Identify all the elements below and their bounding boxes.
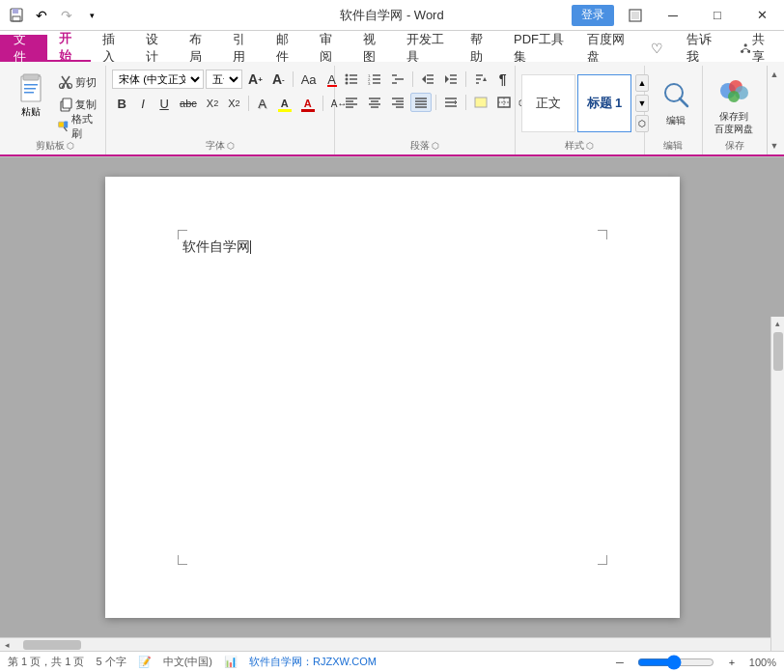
tab-mail[interactable]: 邮件 [265, 35, 308, 62]
cut-button[interactable]: 剪切 [54, 71, 99, 93]
save-icon[interactable] [6, 5, 27, 26]
subscript-btn[interactable]: X2 [203, 94, 222, 113]
undo-btn[interactable]: ↶ [31, 5, 52, 26]
tab-pdf[interactable]: PDF工具集 [502, 35, 575, 62]
style-normal[interactable]: 正文 [521, 74, 575, 132]
tab-view[interactable]: 视图 [351, 35, 395, 62]
clipboard-expand-icon[interactable]: ⬡ [67, 141, 74, 151]
tab-developer[interactable]: 开发工具 [395, 35, 459, 62]
track-icon[interactable]: 📊 [224, 656, 238, 668]
superscript-btn[interactable]: X2 [224, 94, 243, 113]
svg-point-5 [741, 49, 743, 52]
highlight-color-btn[interactable]: A [274, 93, 295, 114]
font-size-select[interactable]: 五号 [206, 70, 242, 89]
group-font: 宋体 (中文正文) 五号 A+ A- Aa A [106, 66, 334, 154]
sort-btn[interactable] [470, 70, 491, 89]
font-grow-btn[interactable]: A+ [244, 70, 266, 89]
document-content[interactable]: 软件自学网 [182, 235, 602, 524]
h-scroll-left-btn[interactable]: ◂ [0, 638, 14, 652]
v-scroll-thumb[interactable] [773, 332, 783, 371]
tab-heart[interactable]: ♡ [639, 35, 675, 62]
group-save: 保存到百度网盘 保存 [703, 66, 767, 154]
svg-point-25 [345, 78, 348, 81]
save-cloud-btn[interactable]: 保存到百度网盘 [709, 68, 759, 139]
strikethrough-btn[interactable]: abc [176, 94, 201, 113]
svg-marker-49 [483, 77, 487, 81]
font-expand-icon[interactable]: ⬡ [227, 141, 235, 151]
zoom-slider[interactable] [637, 656, 714, 669]
svg-rect-19 [63, 98, 71, 108]
svg-rect-10 [23, 74, 39, 80]
styles-label: 样式 ⬡ [521, 139, 638, 154]
font-color-btn[interactable]: A [297, 93, 319, 114]
style-heading1[interactable]: 标题 1 [577, 74, 631, 132]
tab-file[interactable]: 文件 [0, 35, 47, 62]
group-editing: 编辑 编辑 [645, 66, 703, 154]
tab-tellme[interactable]: 告诉我 [675, 35, 728, 62]
justify-btn[interactable] [410, 93, 432, 112]
svg-point-23 [345, 74, 348, 77]
tab-insert[interactable]: 插入 [91, 35, 134, 62]
group-styles: 正文 标题 1 ▲ ▼ ⬡ 样式 ⬡ [516, 66, 645, 154]
website-link[interactable]: 软件自学网：RJZXW.COM [249, 655, 377, 669]
zoom-in-btn[interactable]: + [722, 653, 742, 672]
editing-btn[interactable]: 编辑 [651, 75, 701, 131]
redo-btn[interactable]: ↷ [56, 5, 77, 26]
increase-indent-btn[interactable] [440, 70, 462, 89]
numbering-btn[interactable]: 1.2.3. [364, 70, 385, 89]
ribbon-scroll-down[interactable]: ▼ [768, 139, 781, 153]
tab-references[interactable]: 引用 [221, 35, 265, 62]
tab-home[interactable]: 开始 [47, 35, 91, 62]
svg-point-80 [728, 91, 740, 102]
tab-help[interactable]: 帮助 [459, 35, 502, 62]
shading-btn[interactable] [470, 93, 491, 112]
tab-design[interactable]: 设计 [134, 35, 178, 62]
bold-btn[interactable]: B [112, 94, 131, 113]
zoom-out-btn[interactable]: ─ [610, 653, 630, 672]
borders-btn[interactable] [493, 93, 515, 112]
align-center-btn[interactable] [364, 93, 385, 112]
paste-button[interactable]: 粘贴 [10, 68, 52, 122]
clear-format-btn[interactable]: A [322, 70, 342, 89]
tab-baidu[interactable]: 百度网盘 [575, 35, 639, 62]
font-name-select[interactable]: 宋体 (中文正文) [112, 70, 204, 89]
line-spacing-btn[interactable] [440, 93, 462, 112]
tab-layout[interactable]: 布局 [178, 35, 221, 62]
ribbon-scroll-up[interactable]: ▲ [768, 68, 781, 81]
restore-button[interactable]: □ [695, 0, 740, 31]
bullets-btn[interactable] [341, 70, 362, 89]
format-painter-button[interactable]: 格式刷 [54, 116, 99, 137]
maximize-baidu-btn[interactable] [620, 0, 651, 31]
show-marks-btn[interactable]: ¶ [493, 70, 513, 89]
paragraph-label: 段落 ⬡ [341, 139, 509, 154]
doc-text: 软件自学网 [182, 238, 250, 254]
multilevel-list-btn[interactable] [387, 70, 408, 89]
svg-rect-12 [24, 88, 36, 90]
document-page[interactable]: 软件自学网 [105, 177, 680, 618]
minimize-button[interactable]: ─ [651, 0, 695, 31]
h-scroll-thumb[interactable] [23, 640, 81, 650]
align-left-btn[interactable] [341, 93, 362, 112]
styles-expand-icon[interactable]: ⬡ [586, 141, 594, 151]
svg-point-6 [747, 49, 750, 52]
font-shrink-btn[interactable]: A- [268, 70, 289, 89]
login-button[interactable]: 登录 [572, 5, 614, 26]
h-scroll-track[interactable] [14, 638, 770, 652]
underline-btn[interactable]: U [154, 94, 174, 113]
text-effect-btn[interactable]: A [253, 94, 272, 113]
zoom-level: 100% [749, 657, 776, 668]
decrease-indent-btn[interactable] [417, 70, 438, 89]
align-right-btn[interactable] [387, 93, 408, 112]
macro-icon[interactable]: 📝 [138, 656, 152, 668]
italic-btn[interactable]: I [133, 94, 153, 113]
tab-review[interactable]: 审阅 [308, 35, 351, 62]
close-button[interactable]: ✕ [740, 0, 784, 31]
paragraph-expand-icon2[interactable]: ⬡ [432, 141, 439, 151]
quick-access-dropdown[interactable]: ▾ [81, 5, 102, 26]
change-case-btn[interactable]: Aa [297, 70, 321, 89]
group-paragraph: 1.2.3. [335, 66, 516, 154]
svg-rect-1 [13, 9, 18, 14]
v-scroll-up-btn[interactable]: ▴ [771, 317, 785, 330]
tab-share[interactable]: 共享 [729, 35, 784, 62]
status-bar: 第 1 页，共 1 页 5 个字 📝 中文(中国) 📊 软件自学网：RJZXW.… [0, 651, 784, 672]
